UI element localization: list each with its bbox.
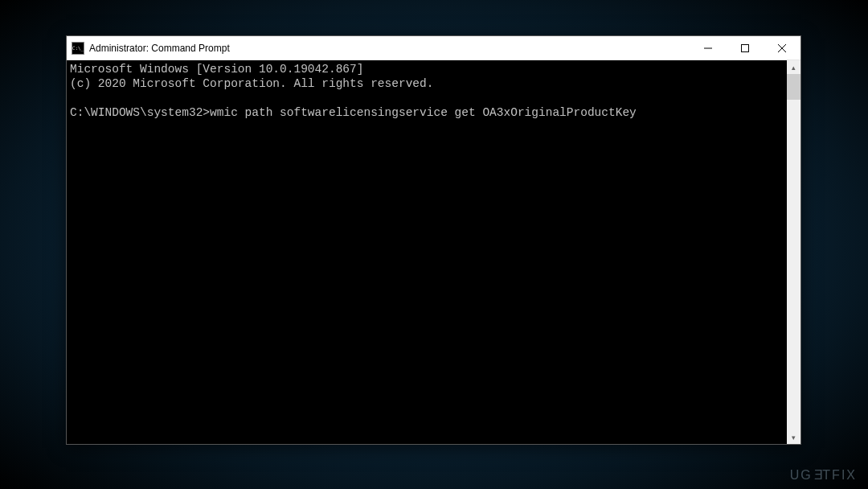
console-line: (c) 2020 Microsoft Corporation. All righ…	[70, 77, 433, 90]
cmd-icon	[72, 42, 84, 55]
typed-command: wmic path softwarelicensingservice get O…	[210, 106, 637, 119]
command-prompt-window: Administrator: Command Prompt Microsoft …	[66, 35, 801, 445]
client-area: Microsoft Windows [Version 10.0.19042.86…	[67, 60, 800, 444]
titlebar[interactable]: Administrator: Command Prompt	[67, 36, 800, 60]
scroll-thumb[interactable]	[787, 74, 800, 100]
svg-rect-1	[742, 44, 749, 51]
prompt: C:\WINDOWS\system32>	[70, 106, 210, 119]
vertical-scrollbar[interactable]: ▴ ▾	[787, 60, 800, 444]
scroll-down-button[interactable]: ▾	[787, 430, 800, 444]
close-button[interactable]	[764, 36, 800, 60]
close-icon	[778, 44, 786, 52]
console-line: Microsoft Windows [Version 10.0.19042.86…	[70, 63, 363, 76]
titlebar-left: Administrator: Command Prompt	[67, 42, 690, 55]
scroll-up-button[interactable]: ▴	[787, 60, 800, 74]
minimize-button[interactable]	[690, 36, 727, 60]
maximize-button[interactable]	[727, 36, 764, 60]
window-controls	[690, 36, 800, 60]
watermark: UGETFIX	[790, 468, 857, 483]
console-output[interactable]: Microsoft Windows [Version 10.0.19042.86…	[67, 60, 787, 444]
maximize-icon	[741, 44, 749, 52]
console-prompt-line: C:\WINDOWS\system32>wmic path softwareli…	[70, 106, 637, 119]
minimize-icon	[704, 44, 712, 52]
window-title: Administrator: Command Prompt	[89, 43, 230, 54]
